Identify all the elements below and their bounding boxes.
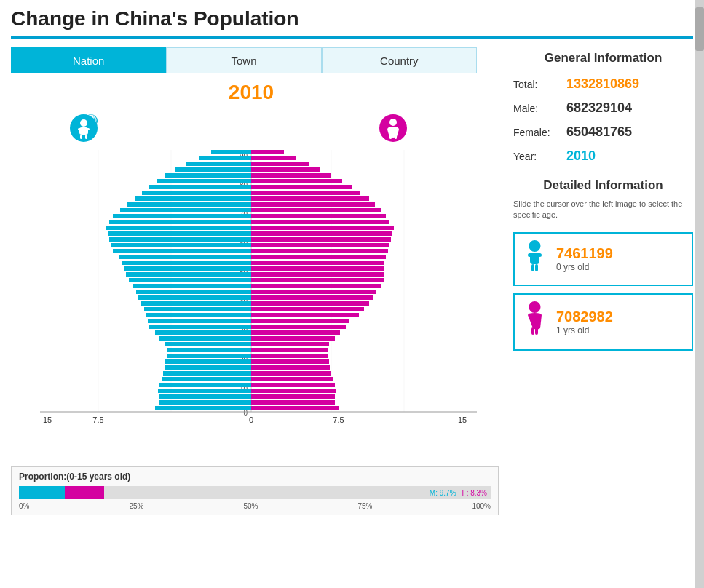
svg-rect-39 — [158, 389, 251, 393]
svg-rect-114 — [251, 214, 386, 218]
male-icon-svg — [69, 114, 98, 143]
svg-rect-79 — [199, 156, 251, 160]
svg-rect-70 — [120, 208, 251, 212]
year-label: Year: — [513, 151, 561, 162]
general-info: General Information Total: 1332810869 Ma… — [513, 51, 693, 164]
svg-rect-43 — [165, 365, 251, 370]
svg-rect-75 — [157, 179, 251, 183]
svg-rect-141 — [535, 327, 538, 335]
tick-25: 25% — [129, 502, 143, 510]
male-row: Male: 682329104 — [513, 100, 693, 116]
female-label: Female: — [513, 127, 561, 138]
svg-text:(millions): (millions) — [426, 426, 455, 426]
svg-rect-72 — [135, 196, 251, 201]
svg-rect-83 — [251, 394, 335, 399]
svg-rect-102 — [251, 284, 381, 288]
proportion-bar-male — [19, 486, 65, 499]
svg-rect-81 — [251, 406, 339, 410]
svg-rect-96 — [251, 319, 349, 323]
female-detail-values: 7082982 1 yrs old — [556, 309, 613, 335]
page-title: Change in China's Population — [11, 7, 693, 31]
proportion-title: Proportion:(0-15 years old) — [19, 472, 491, 482]
svg-rect-49 — [155, 330, 251, 335]
title-divider — [11, 36, 693, 39]
detailed-desc: Slide the cursor over the left image to … — [513, 199, 693, 221]
svg-rect-125 — [251, 150, 284, 154]
pyramid-chart: 90 80 70 60 50 40 30 20 10 0 — [25, 150, 491, 426]
total-row: Total: 1332810869 — [513, 76, 693, 92]
svg-rect-109 — [251, 243, 389, 247]
svg-rect-97 — [251, 313, 359, 317]
svg-rect-120 — [251, 179, 342, 183]
svg-rect-56 — [136, 290, 251, 294]
svg-rect-74 — [149, 185, 251, 189]
svg-rect-62 — [119, 255, 251, 259]
svg-rect-15 — [80, 135, 82, 139]
detailed-info-title: Detailed Information — [513, 178, 693, 193]
proportion-section: Proportion:(0-15 years old) M: 9.7% F: 8… — [11, 466, 499, 515]
svg-rect-117 — [251, 196, 369, 201]
svg-rect-105 — [251, 266, 384, 271]
tab-nation[interactable]: Nation — [11, 47, 166, 74]
svg-rect-61 — [122, 261, 251, 265]
svg-rect-111 — [251, 231, 392, 236]
svg-point-139 — [529, 301, 541, 313]
total-label: Total: — [513, 79, 561, 90]
female-detail-value: 7082982 — [556, 309, 613, 325]
scrollbar[interactable] — [695, 0, 704, 588]
svg-rect-41 — [162, 377, 251, 381]
tab-country[interactable]: Country — [322, 47, 477, 74]
svg-rect-91 — [251, 348, 328, 352]
year-label: 2010 — [229, 81, 274, 104]
svg-rect-40 — [159, 383, 251, 387]
svg-rect-14 — [78, 128, 90, 130]
male-detail-age: 0 yrs old — [556, 262, 613, 272]
svg-rect-108 — [251, 249, 388, 253]
svg-rect-112 — [251, 226, 394, 230]
svg-rect-106 — [251, 261, 384, 265]
svg-rect-140 — [531, 327, 534, 335]
svg-rect-122 — [251, 167, 320, 172]
svg-rect-20 — [395, 135, 397, 139]
svg-point-18 — [389, 119, 397, 126]
svg-rect-118 — [251, 191, 360, 195]
year-row: Year: 2010 — [513, 148, 693, 164]
svg-rect-137 — [531, 264, 534, 271]
tick-50: 50% — [243, 502, 258, 510]
female-detail-icon — [522, 301, 547, 343]
svg-rect-87 — [251, 371, 331, 376]
svg-rect-47 — [165, 342, 251, 346]
svg-rect-101 — [251, 290, 376, 294]
svg-rect-90 — [251, 354, 328, 358]
tab-town[interactable]: Town — [166, 47, 321, 74]
svg-rect-104 — [251, 272, 384, 277]
svg-rect-58 — [129, 278, 251, 282]
svg-rect-73 — [142, 191, 251, 195]
male-detail-icon — [522, 239, 547, 279]
general-info-title: General Information — [513, 51, 693, 65]
svg-rect-64 — [111, 243, 251, 247]
svg-rect-107 — [251, 255, 386, 259]
svg-rect-68 — [109, 220, 251, 224]
svg-rect-66 — [108, 231, 251, 236]
svg-rect-85 — [251, 383, 335, 387]
svg-rect-119 — [251, 185, 352, 189]
svg-rect-80 — [211, 150, 251, 154]
female-row: Female: 650481765 — [513, 124, 693, 140]
svg-rect-51 — [148, 319, 251, 323]
svg-rect-124 — [251, 156, 296, 160]
svg-rect-69 — [113, 214, 251, 218]
svg-rect-98 — [251, 307, 364, 311]
scrollbar-thumb[interactable] — [695, 7, 704, 51]
svg-rect-42 — [163, 371, 251, 376]
svg-rect-78 — [186, 162, 251, 166]
right-panel: General Information Total: 1332810869 Ma… — [499, 47, 693, 515]
proportion-female-label: F: 8.3% — [462, 489, 487, 497]
svg-rect-94 — [251, 330, 340, 335]
svg-rect-67 — [106, 226, 251, 230]
svg-rect-37 — [159, 400, 251, 405]
proportion-male-pct: 9.7% — [440, 489, 456, 497]
svg-rect-103 — [251, 278, 384, 282]
svg-rect-76 — [165, 173, 251, 178]
male-label: Male: — [513, 103, 561, 114]
